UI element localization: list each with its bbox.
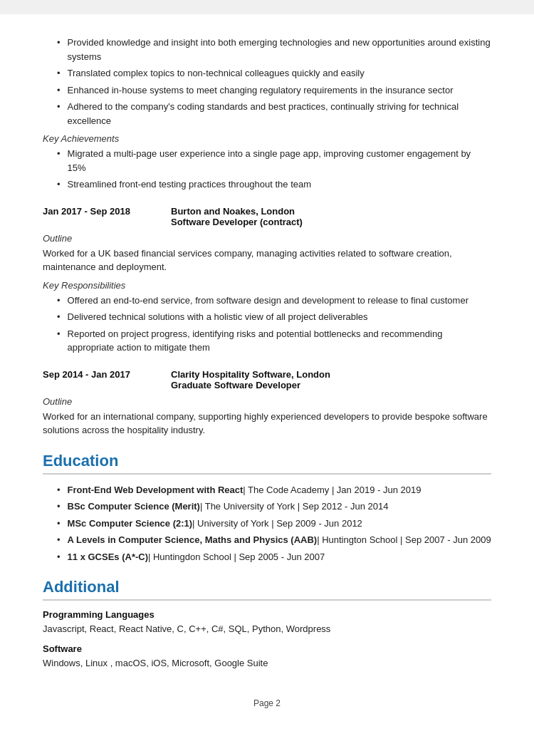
edu-item-4: A Levels in Computer Science, Maths and …: [43, 533, 491, 547]
job-1-dates: Jan 2017 - Sep 2018: [43, 206, 171, 217]
job-1-outline-text: Worked for a UK based financial services…: [43, 247, 491, 274]
job-1-title-block: Burton and Noakes, London Software Devel…: [171, 206, 491, 227]
job-1-responsibilities-list: Offered an end-to-end service, from soft…: [43, 294, 491, 355]
key-achievements-label: Key Achievements: [43, 133, 491, 144]
edu-item-5-rest: | Huntingdon School | Sep 2005 - Jun 200…: [148, 550, 325, 564]
achievement-1: Migrated a multi-page user experience in…: [43, 147, 491, 175]
edu-item-5: 11 x GCSEs (A*-C) | Huntingdon School | …: [43, 550, 491, 564]
job-1-resp-1: Offered an end-to-end service, from soft…: [43, 294, 491, 308]
edu-item-3: MSc Computer Science (2:1) | University …: [43, 517, 491, 531]
job-1-resp-3: Reported on project progress, identifyin…: [43, 327, 491, 355]
edu-item-3-bold: MSc Computer Science (2:1): [68, 517, 193, 531]
edu-item-4-rest: | Huntington School | Sep 2007 - Jun 200…: [317, 533, 491, 547]
achievements-list: Migrated a multi-page user experience in…: [43, 147, 491, 192]
intro-bullet-1: Provided knowledge and insight into both…: [43, 36, 491, 63]
job-2-outline-text: Worked for an international company, sup…: [43, 410, 491, 437]
intro-bullet-list: Provided knowledge and insight into both…: [43, 36, 491, 128]
education-list: Front-End Web Development with React | T…: [43, 483, 491, 564]
software-heading: Software: [43, 643, 491, 654]
job-2-dates: Sep 2014 - Jan 2017: [43, 369, 171, 380]
education-section: Education Front-End Web Development with…: [43, 452, 491, 564]
programming-languages-text: Javascript, React, React Native, C, C++,…: [43, 622, 491, 636]
page: Provided knowledge and insight into both…: [0, 14, 534, 756]
job-1-role: Software Developer (contract): [171, 217, 491, 227]
edu-item-2: BSc Computer Science (Merit) | The Unive…: [43, 499, 491, 514]
job-2-title-block: Clarity Hospitality Software, London Gra…: [171, 369, 491, 390]
page-number: Page 2: [43, 698, 491, 708]
job-1-responsibilities-label: Key Responsibilities: [43, 280, 491, 291]
achievement-2: Streamlined front-end testing practices …: [43, 177, 491, 192]
intro-bullet-4: Adhered to the company's coding standard…: [43, 100, 491, 128]
edu-item-5-bold: 11 x GCSEs (A*-C): [68, 550, 148, 564]
edu-item-1: Front-End Web Development with React | T…: [43, 483, 491, 497]
job-1-resp-2: Delivered technical solutions with a hol…: [43, 310, 491, 324]
intro-bullet-2: Translated complex topics to non-technic…: [43, 66, 491, 81]
edu-item-1-bold: Front-End Web Development with React: [68, 483, 244, 497]
job-2-company: Clarity Hospitality Software, London: [171, 369, 491, 380]
additional-section: Additional Programming Languages Javascr…: [43, 578, 491, 670]
programming-languages-heading: Programming Languages: [43, 609, 491, 620]
edu-item-3-rest: | University of York | Sep 2009 - Jun 20…: [192, 517, 362, 531]
additional-heading: Additional: [43, 578, 491, 601]
job-2-outline-label: Outline: [43, 396, 491, 407]
job-2-header: Sep 2014 - Jan 2017 Clarity Hospitality …: [43, 369, 491, 390]
edu-item-2-bold: BSc Computer Science (Merit): [68, 499, 200, 514]
software-text: Windows, Linux , macOS, iOS, Microsoft, …: [43, 656, 491, 670]
job-1-header: Jan 2017 - Sep 2018 Burton and Noakes, L…: [43, 206, 491, 227]
education-heading: Education: [43, 452, 491, 475]
edu-item-4-bold: A Levels in Computer Science, Maths and …: [68, 533, 318, 547]
edu-item-1-rest: | The Code Academy | Jan 2019 - Jun 2019: [243, 483, 421, 497]
job-1-company: Burton and Noakes, London: [171, 206, 491, 217]
edu-item-2-rest: | The University of York | Sep 2012 - Ju…: [200, 499, 389, 514]
intro-bullet-3: Enhanced in-house systems to meet changi…: [43, 83, 491, 98]
job-1-outline-label: Outline: [43, 233, 491, 244]
job-2-role: Graduate Software Developer: [171, 380, 491, 390]
